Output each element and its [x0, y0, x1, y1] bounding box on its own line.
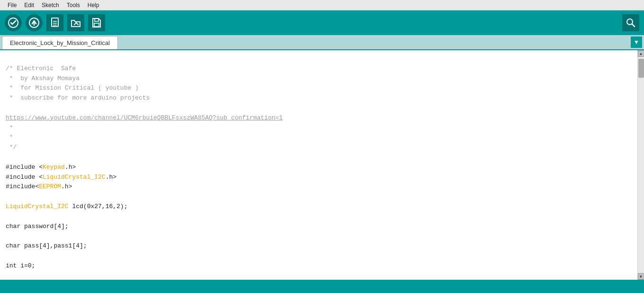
upload-button[interactable] — [26, 14, 43, 31]
editor-scroll[interactable]: /* Electronic Safe * by Akshay Momaya * … — [0, 50, 637, 280]
scroll-up-arrow[interactable]: ▲ — [638, 50, 644, 57]
menu-sketch[interactable]: Sketch — [38, 0, 63, 10]
scroll-thumb[interactable] — [638, 59, 644, 78]
code-editor: /* Electronic Safe * by Akshay Momaya * … — [6, 54, 632, 280]
open-button[interactable] — [67, 14, 84, 31]
toolbar — [0, 10, 644, 35]
menu-file[interactable]: File — [4, 0, 20, 10]
search-button[interactable] — [622, 14, 639, 31]
tabbar: Electronic_Lock_by_Mission_Critical ▼ — [0, 35, 644, 50]
menu-help[interactable]: Help — [84, 0, 103, 10]
editor-tab[interactable]: Electronic_Lock_by_Mission_Critical — [2, 36, 118, 49]
menu-edit[interactable]: Edit — [20, 0, 38, 10]
vertical-scrollbar[interactable]: ▲ ▼ — [637, 50, 644, 280]
svg-line-10 — [632, 24, 635, 27]
scroll-down-arrow[interactable]: ▼ — [638, 273, 644, 280]
svg-rect-8 — [94, 23, 99, 27]
verify-button[interactable] — [5, 14, 22, 31]
scroll-track[interactable] — [638, 57, 644, 273]
save-button[interactable] — [88, 14, 105, 31]
tab-dropdown-button[interactable]: ▼ — [631, 37, 642, 48]
statusbar — [0, 280, 644, 293]
menubar: File Edit Sketch Tools Help — [0, 0, 644, 10]
new-button[interactable] — [46, 14, 63, 31]
menu-tools[interactable]: Tools — [63, 0, 84, 10]
editor-container: /* Electronic Safe * by Akshay Momaya * … — [0, 50, 644, 280]
